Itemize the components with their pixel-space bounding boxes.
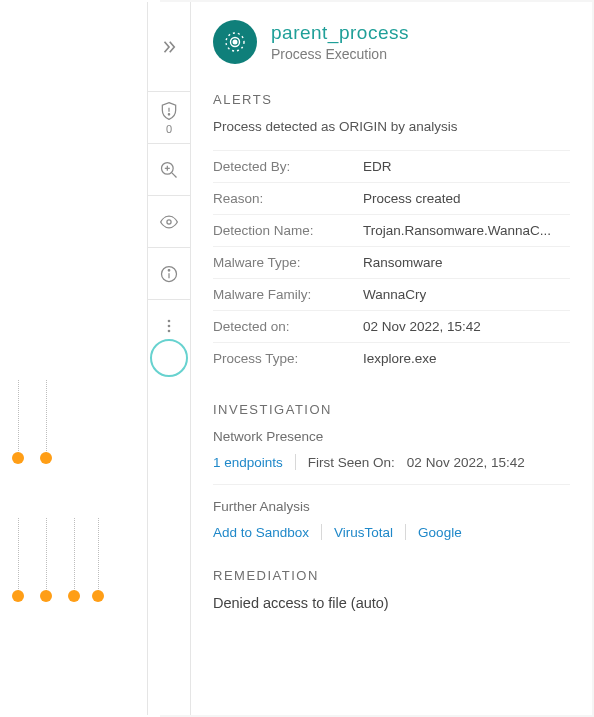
- first-seen-label: First Seen On:: [308, 455, 395, 470]
- process-type-val: Iexplore.exe: [363, 351, 437, 366]
- malware-type-key: Malware Type:: [213, 255, 363, 270]
- tab-visibility[interactable]: [147, 196, 191, 248]
- reason-val: Process created: [363, 191, 461, 206]
- svg-point-11: [168, 325, 171, 328]
- svg-point-15: [233, 40, 237, 44]
- row-malware-family: Malware Family: WannaCry: [213, 278, 570, 310]
- section-alerts: ALERTS Process detected as ORIGIN by ana…: [213, 92, 570, 374]
- row-malware-type: Malware Type: Ransomware: [213, 246, 570, 278]
- row-process-type: Process Type: Iexplore.exe: [213, 342, 570, 374]
- section-remediation: REMEDIATION Denied access to file (auto): [213, 568, 570, 611]
- malware-type-val: Ransomware: [363, 255, 443, 270]
- eye-icon: [159, 212, 179, 232]
- investigation-section-title: INVESTIGATION: [213, 402, 570, 417]
- alerts-count: 0: [166, 123, 172, 135]
- google-link[interactable]: Google: [418, 525, 462, 540]
- detected-by-key: Detected By:: [213, 159, 363, 174]
- process-icon-badge: [213, 20, 257, 64]
- tab-info[interactable]: [147, 248, 191, 300]
- alerts-origin-line: Process detected as ORIGIN by analysis: [213, 119, 570, 134]
- add-to-sandbox-link[interactable]: Add to Sandbox: [213, 525, 309, 540]
- tab-more-actions[interactable]: [147, 300, 191, 352]
- process-subtitle: Process Execution: [271, 46, 409, 62]
- divider: [213, 484, 570, 485]
- svg-point-10: [168, 320, 171, 323]
- endpoints-link[interactable]: 1 endpoints: [213, 455, 283, 470]
- network-presence-row: 1 endpoints First Seen On: 02 Nov 2022, …: [213, 454, 570, 470]
- detection-name-val: Trojan.Ransomware.WannaC...: [363, 223, 551, 238]
- row-detected-by: Detected By: EDR: [213, 150, 570, 182]
- virustotal-link[interactable]: VirusTotal: [334, 525, 393, 540]
- separator: [295, 454, 296, 470]
- more-vertical-icon: [159, 316, 179, 336]
- detected-by-val: EDR: [363, 159, 392, 174]
- svg-line-3: [172, 172, 177, 177]
- further-analysis-row: Add to Sandbox VirusTotal Google: [213, 524, 570, 540]
- svg-point-6: [167, 219, 171, 223]
- tab-alerts[interactable]: 0: [147, 92, 191, 144]
- malware-family-val: WannaCry: [363, 287, 426, 302]
- detected-on-key: Detected on:: [213, 319, 363, 334]
- process-title: parent_process: [271, 22, 409, 44]
- row-detected-on: Detected on: 02 Nov 2022, 15:42: [213, 310, 570, 342]
- search-detail-icon: [159, 160, 179, 180]
- detail-panel: parent_process Process Execution ALERTS …: [191, 2, 592, 715]
- malware-family-key: Malware Family:: [213, 287, 363, 302]
- reason-key: Reason:: [213, 191, 363, 206]
- svg-point-1: [168, 113, 169, 114]
- shield-alert-icon: [159, 101, 179, 121]
- remediation-text: Denied access to file (auto): [213, 595, 570, 611]
- row-detection-name: Detection Name: Trojan.Ransomware.WannaC…: [213, 214, 570, 246]
- svg-point-9: [168, 269, 170, 271]
- section-investigation: INVESTIGATION Network Presence 1 endpoin…: [213, 402, 570, 540]
- chevrons-right-icon: [160, 38, 178, 56]
- further-analysis-label: Further Analysis: [213, 499, 570, 514]
- separator: [321, 524, 322, 540]
- detected-on-val: 02 Nov 2022, 15:42: [363, 319, 481, 334]
- network-presence-label: Network Presence: [213, 429, 570, 444]
- tab-investigation[interactable]: [147, 144, 191, 196]
- collapse-panel-button[interactable]: [147, 2, 191, 92]
- row-reason: Reason: Process created: [213, 182, 570, 214]
- separator: [405, 524, 406, 540]
- info-icon: [159, 264, 179, 284]
- panel-header: parent_process Process Execution: [213, 20, 570, 64]
- graph-background: [0, 0, 160, 717]
- detection-name-key: Detection Name:: [213, 223, 363, 238]
- process-type-key: Process Type:: [213, 351, 363, 366]
- process-node-icon: [223, 30, 247, 54]
- svg-point-12: [168, 330, 171, 333]
- alerts-section-title: ALERTS: [213, 92, 570, 107]
- remediation-section-title: REMEDIATION: [213, 568, 570, 583]
- first-seen-value: 02 Nov 2022, 15:42: [407, 455, 525, 470]
- detail-icon-strip: 0: [147, 2, 191, 715]
